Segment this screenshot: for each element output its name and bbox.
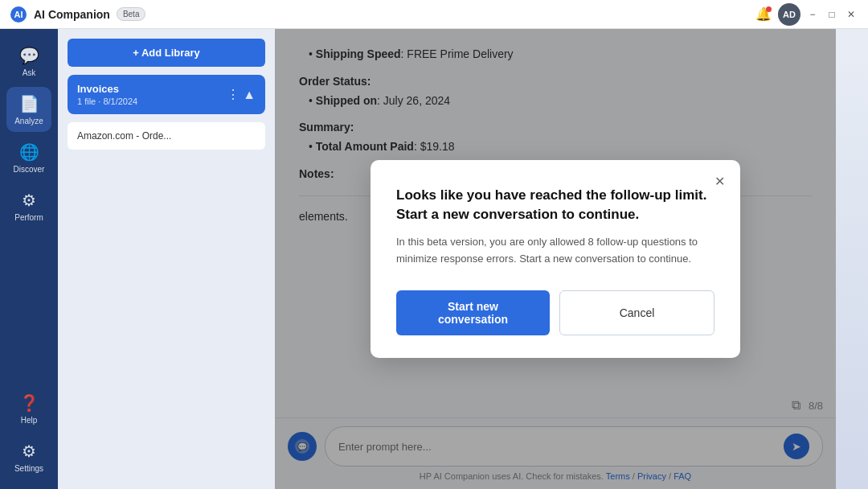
sidebar-label-perform: Perform (14, 213, 43, 222)
ask-icon: 💬 (19, 46, 39, 65)
notification-icon[interactable]: 🔔 (754, 5, 773, 24)
library-collapse-icon[interactable]: ▲ (243, 88, 256, 102)
library-meta: 1 file · 8/1/2024 (77, 97, 137, 106)
app-title: AI Companion (34, 8, 110, 21)
sidebar-label-discover: Discover (14, 165, 45, 174)
file-item[interactable]: Amazon.com - Orde... (68, 122, 265, 150)
library-more-icon[interactable]: ⋮ (227, 87, 240, 102)
library-card-info: Invoices 1 file · 8/1/2024 (77, 83, 137, 106)
modal-dialog: ✕ Looks like you have reached the follow… (371, 160, 740, 357)
restore-button[interactable]: □ (825, 7, 839, 22)
sidebar-label-ask: Ask (23, 68, 36, 77)
sidebar-item-settings[interactable]: ⚙ Settings (6, 434, 51, 479)
sidebar-item-help[interactable]: ❓ Help (6, 386, 51, 431)
perform-icon: ⚙ (22, 191, 36, 210)
right-decorative-panel (836, 29, 868, 489)
beta-badge: Beta (117, 7, 146, 21)
analyze-icon: 📄 (19, 94, 39, 113)
app-body: 💬 Ask 📄 Analyze 🌐 Discover ⚙ Perform ❓ H… (0, 29, 868, 489)
sidebar-label-analyze: Analyze (14, 117, 43, 125)
titlebar-controls: 🔔 AD − □ ✕ (754, 3, 858, 26)
add-library-button[interactable]: + Add Library (68, 39, 265, 67)
sidebar-item-discover[interactable]: 🌐 Discover (6, 135, 51, 180)
modal-actions: Start new conversation Cancel (396, 290, 714, 335)
library-card-actions: ⋮ ▲ (227, 87, 256, 102)
sidebar-item-ask[interactable]: 💬 Ask (6, 39, 51, 84)
modal-title: Looks like you have reached the follow-u… (396, 186, 714, 224)
left-panel: + Add Library Invoices 1 file · 8/1/2024… (58, 29, 275, 489)
library-title: Invoices (77, 83, 137, 95)
help-icon: ❓ (19, 393, 39, 413)
close-button[interactable]: ✕ (844, 7, 858, 22)
minimize-button[interactable]: − (805, 7, 820, 22)
cancel-button[interactable]: Cancel (559, 290, 714, 335)
library-card: Invoices 1 file · 8/1/2024 ⋮ ▲ (68, 75, 265, 114)
sidebar-item-analyze[interactable]: 📄 Analyze (6, 87, 51, 132)
main-content: • Shipping Speed: FREE Prime Delivery Or… (275, 29, 836, 489)
library-card-header: Invoices 1 file · 8/1/2024 ⋮ ▲ (77, 83, 256, 106)
sidebar: 💬 Ask 📄 Analyze 🌐 Discover ⚙ Perform ❓ H… (0, 29, 58, 489)
notification-dot (766, 6, 772, 12)
discover-icon: 🌐 (19, 142, 39, 162)
sidebar-item-perform[interactable]: ⚙ Perform (6, 183, 51, 228)
start-conversation-button[interactable]: Start new conversation (396, 290, 550, 335)
svg-text:AI: AI (14, 10, 23, 19)
settings-icon: ⚙ (22, 442, 36, 461)
modal-close-button[interactable]: ✕ (710, 171, 729, 191)
sidebar-label-help: Help (21, 416, 38, 425)
modal-description: In this beta version, you are only allow… (396, 234, 714, 268)
app-logo: AI (10, 6, 27, 23)
user-avatar[interactable]: AD (778, 3, 800, 26)
sidebar-label-settings: Settings (14, 464, 43, 473)
modal-overlay: ✕ Looks like you have reached the follow… (275, 29, 836, 489)
titlebar: AI AI Companion Beta 🔔 AD − □ ✕ (0, 0, 868, 29)
